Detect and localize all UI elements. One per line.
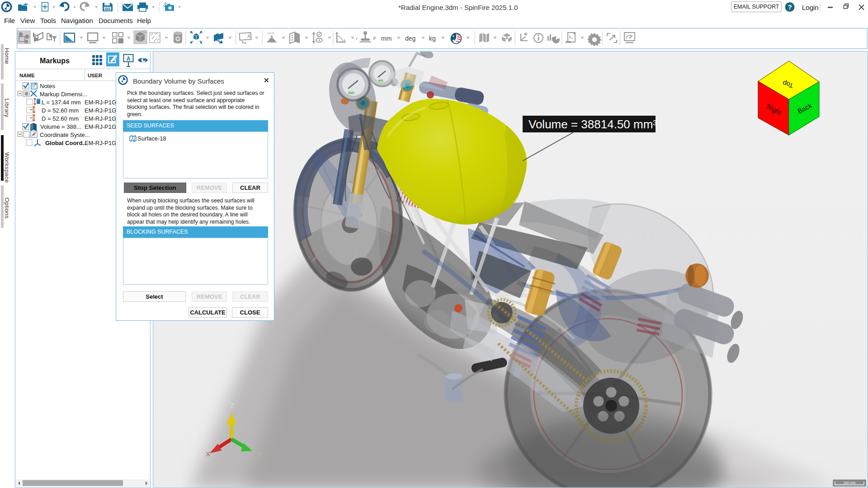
svg-text:A: A: [247, 33, 251, 39]
svg-text:Y: Y: [258, 450, 262, 458]
svg-text:A: A: [127, 56, 131, 62]
svg-text:100 mm: 100 mm: [843, 481, 855, 485]
svg-text:X: X: [206, 450, 210, 458]
svg-text:Volume = 38814.50 mm³: Volume = 38814.50 mm³: [528, 117, 657, 131]
svg-text:UCS: UCS: [268, 32, 274, 35]
svg-text:Z: Z: [230, 402, 234, 409]
svg-text:?: ?: [788, 3, 792, 11]
